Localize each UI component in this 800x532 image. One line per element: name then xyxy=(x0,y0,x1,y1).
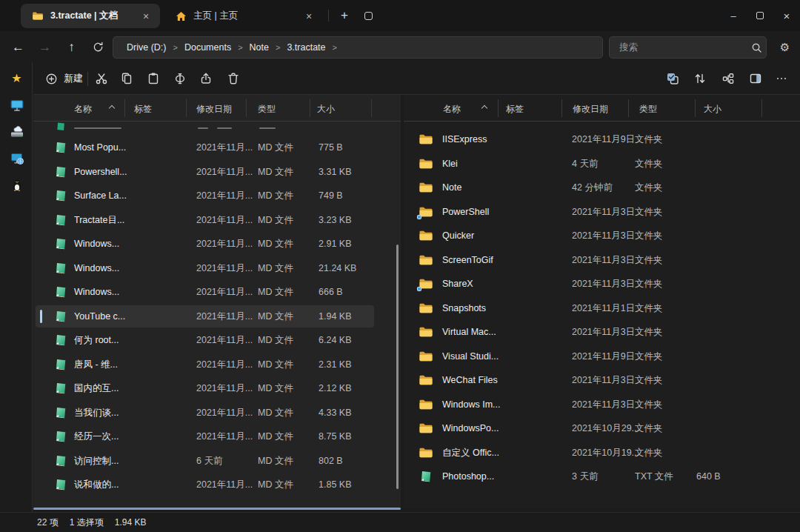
txt-file-icon xyxy=(419,470,433,483)
this-pc-button[interactable] xyxy=(6,94,27,116)
file-row[interactable]: PowerShell 2021年11月3日 文件夹 xyxy=(404,200,800,225)
file-row[interactable]: Tractate目... 2021年11月... MD 文件 3.23 KB xyxy=(33,208,401,233)
file-row[interactable]: WeChat Files 2021年11月3日 文件夹 xyxy=(404,368,800,393)
file-row[interactable]: 当我们谈... 2021年11月... MD 文件 4.33 KB xyxy=(33,401,401,425)
file-size: 21.24 KB xyxy=(319,263,356,273)
breadcrumb-chevron-icon[interactable]: > xyxy=(234,43,246,52)
rename-button[interactable] xyxy=(169,67,191,90)
folder-icon xyxy=(419,446,433,459)
linux-button[interactable] xyxy=(6,174,27,196)
file-row[interactable]: 访问控制... 6 天前 MD 文件 802 B xyxy=(33,449,401,473)
cut-button[interactable] xyxy=(90,67,113,90)
breadcrumb-chevron-icon[interactable]: > xyxy=(272,43,284,52)
file-row[interactable]: 自定义 Offic... 2021年10月19... 文件夹 xyxy=(404,441,800,465)
details-pane-button[interactable] xyxy=(744,67,767,90)
new-tab-button[interactable]: + xyxy=(335,6,354,25)
file-modified: 2021年11月... xyxy=(196,262,253,274)
file-name: 经历一次... xyxy=(74,430,119,443)
file-row[interactable]: Most Popu... 2021年11月... MD 文件 775 B xyxy=(33,136,401,160)
file-name: Windows... xyxy=(74,263,119,273)
file-row[interactable]: Windows... 2021年11月... MD 文件 2.91 KB xyxy=(33,232,401,256)
horizontal-scrollbar[interactable] xyxy=(33,508,401,510)
navigation-bar: ← → ↑ Drive (D:)>Documents>Note>3.tracta… xyxy=(0,31,800,63)
file-row[interactable]: Visual Studi... 2021年11月9日 文件夹 xyxy=(404,345,800,369)
close-window-button[interactable]: × xyxy=(773,0,800,31)
settings-gear-icon[interactable]: ⚙ xyxy=(774,36,796,58)
file-modified: 2021年11月... xyxy=(196,406,253,419)
back-button[interactable]: ← xyxy=(7,36,29,58)
file-modified: 2021年11月9日 xyxy=(572,350,635,362)
file-row[interactable]: Surface La... 2021年11月... MD 文件 749 B xyxy=(33,184,401,208)
file-size: 1.94 KB xyxy=(319,311,351,322)
tab-tractate[interactable]: 3.tractate | 文档 × xyxy=(21,4,160,28)
tab-overview-icon[interactable] xyxy=(360,7,376,24)
tab-close-icon[interactable]: × xyxy=(139,10,153,23)
multi-select-button[interactable] xyxy=(661,67,684,90)
file-type: MD 文件 xyxy=(258,190,293,202)
file-modified: 2021年11月3日 xyxy=(572,326,635,339)
sync-badge xyxy=(417,287,421,291)
sort-button[interactable] xyxy=(689,67,711,90)
file-row[interactable]: Quicker 2021年11月3日 文件夹 xyxy=(404,224,800,248)
file-row[interactable]: ScreenToGif 2021年11月3日 文件夹 xyxy=(404,248,800,273)
file-type: 文件夹 xyxy=(635,253,663,266)
search-input[interactable] xyxy=(610,42,747,53)
file-modified: 2021年11月3日 xyxy=(572,374,635,387)
file-row[interactable]: Virtual Mac... 2021年11月3日 文件夹 xyxy=(404,320,800,345)
md-file-icon xyxy=(53,285,68,299)
copy-button[interactable] xyxy=(116,67,139,90)
more-options-button[interactable] xyxy=(770,67,793,90)
breadcrumb-item[interactable]: Documents xyxy=(181,41,234,54)
sort-icon xyxy=(693,72,707,85)
breadcrumb-chevron-icon[interactable]: > xyxy=(329,43,341,52)
file-row[interactable]: 唐凤 - 维... 2021年11月... MD 文件 2.31 KB xyxy=(33,353,401,377)
file-row[interactable]: 经历一次... 2021年11月... MD 文件 8.75 KB xyxy=(33,425,401,449)
paste-button[interactable] xyxy=(142,67,164,90)
delete-button[interactable] xyxy=(222,67,244,90)
tab-close-icon[interactable]: × xyxy=(302,10,316,23)
network-pc-icon xyxy=(10,152,24,165)
refresh-button[interactable] xyxy=(87,36,109,58)
forward-button[interactable]: → xyxy=(34,36,56,58)
breadcrumb-item[interactable]: Note xyxy=(247,41,272,54)
file-row[interactable]: Windows Im... 2021年11月3日 文件夹 xyxy=(404,393,800,417)
file-modified: 2021年11月3日 xyxy=(572,205,635,218)
file-type: 文件夹 xyxy=(635,133,663,146)
toolbar-divider xyxy=(87,72,88,86)
network-button[interactable] xyxy=(6,147,27,169)
file-row[interactable]: Windows... 2021年11月... MD 文件 21.24 KB xyxy=(33,256,401,281)
file-modified: 2021年11月... xyxy=(196,165,253,178)
tab-home[interactable]: 主页 | 主页 × xyxy=(164,4,323,28)
file-size: 3.23 KB xyxy=(319,215,351,225)
file-row[interactable]: Klei 4 天前 文件夹 xyxy=(404,152,800,176)
file-type: 文件夹 xyxy=(635,302,663,314)
file-type: MD 文件 xyxy=(258,454,293,467)
file-row[interactable]: YouTube c... 2021年11月... MD 文件 1.94 KB xyxy=(33,305,401,329)
file-row[interactable]: Windows... 2021年11月... MD 文件 666 B xyxy=(33,280,401,305)
file-row[interactable]: Powershell... 2021年11月... MD 文件 3.31 KB xyxy=(33,160,401,184)
file-row[interactable]: Photoshop... 3 天前 TXT 文件 640 B xyxy=(404,465,800,489)
vertical-scrollbar[interactable] xyxy=(396,245,399,489)
breadcrumb-item[interactable]: Drive (D:) xyxy=(124,41,169,54)
file-row[interactable]: IISExpress 2021年11月9日 文件夹 xyxy=(404,127,800,152)
breadcrumb[interactable]: Drive (D:)>Documents>Note>3.tractate> xyxy=(113,36,603,59)
layout-view-button[interactable] xyxy=(717,67,739,90)
share-button[interactable] xyxy=(195,67,217,90)
drives-button[interactable] xyxy=(6,121,27,142)
file-row[interactable]: 国内的互... 2021年11月... MD 文件 2.12 KB xyxy=(33,376,401,401)
breadcrumb-item[interactable]: 3.tractate xyxy=(284,41,328,54)
favorites-button[interactable]: ★ xyxy=(6,67,27,89)
file-row[interactable]: Note 42 分钟前 文件夹 xyxy=(404,176,800,200)
file-row[interactable]: Snapshots 2021年11月1日 文件夹 xyxy=(404,296,800,321)
file-size: 4.33 KB xyxy=(319,408,351,418)
home-icon xyxy=(176,11,187,21)
minimize-button[interactable]: – xyxy=(720,0,747,31)
up-button[interactable]: ↑ xyxy=(61,36,82,58)
breadcrumb-chevron-icon[interactable]: > xyxy=(169,43,181,52)
file-row[interactable]: ShareX 2021年11月3日 文件夹 xyxy=(404,272,800,296)
file-row[interactable]: 何为 root... 2021年11月... MD 文件 6.24 KB xyxy=(33,328,401,353)
file-row[interactable]: WindowsPo... 2021年10月29... 文件夹 xyxy=(404,416,800,441)
file-row[interactable]: 说和做的... 2021年11月... MD 文件 1.85 KB xyxy=(33,473,401,497)
new-item-button[interactable]: 新建 xyxy=(39,67,89,90)
maximize-button[interactable] xyxy=(747,0,773,31)
